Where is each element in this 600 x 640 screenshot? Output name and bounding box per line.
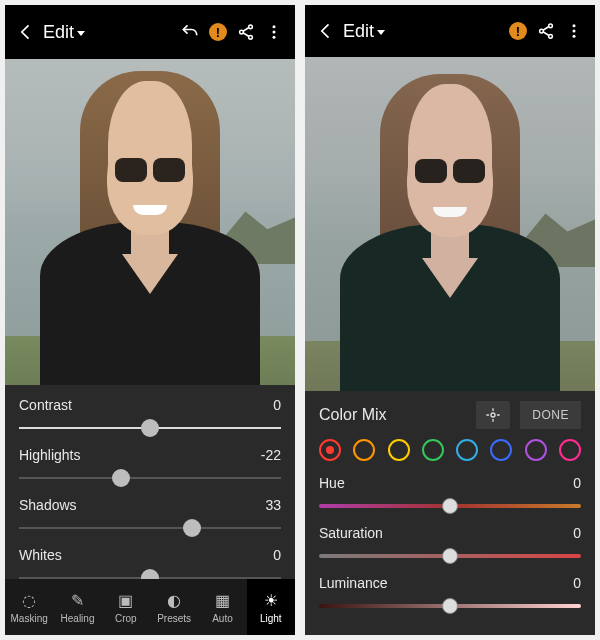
phone-right: Edit ! Color Mix DONE [305, 5, 595, 635]
photo-preview[interactable] [5, 59, 295, 385]
done-label: DONE [532, 408, 569, 422]
undo-icon[interactable] [179, 21, 201, 43]
photo-preview[interactable] [305, 57, 595, 391]
slider-label: Saturation [319, 525, 383, 541]
warning-icon[interactable]: ! [507, 20, 529, 42]
slider-track-saturation[interactable] [319, 545, 581, 567]
phone-left: Edit ! Contrast 0 [5, 5, 295, 635]
more-icon[interactable] [563, 20, 585, 42]
svg-point-5 [273, 36, 276, 39]
slider-label: Luminance [319, 575, 388, 591]
tool-label: Healing [61, 613, 95, 624]
slider-track-highlights[interactable] [19, 465, 281, 491]
tool-masking[interactable]: ◌ Masking [5, 579, 53, 635]
slider-label: Contrast [19, 397, 72, 413]
slider-luminance: Luminance 0 [319, 575, 581, 617]
light-panel: Contrast 0 Highlights -22 Shadows 33 [5, 385, 295, 579]
swatch-green[interactable] [422, 439, 444, 461]
crop-icon: ▣ [118, 591, 133, 610]
swatch-red[interactable] [319, 439, 341, 461]
target-adjust-button[interactable] [476, 401, 510, 429]
tool-label: Light [260, 613, 282, 624]
slider-shadows: Shadows 33 [19, 495, 281, 541]
color-mix-panel: Color Mix DONE Hue 0 Saturation 0 [305, 391, 595, 635]
slider-value: 0 [573, 525, 581, 541]
svg-point-4 [273, 31, 276, 34]
light-icon: ☀ [264, 591, 278, 610]
topbar: Edit ! [5, 5, 295, 59]
edit-menu[interactable]: Edit [43, 22, 85, 43]
svg-point-9 [573, 24, 576, 27]
presets-icon: ◐ [167, 591, 181, 610]
slider-track-hue[interactable] [319, 495, 581, 517]
tool-label: Auto [212, 613, 233, 624]
slider-label: Hue [319, 475, 345, 491]
slider-value: 0 [573, 475, 581, 491]
slider-value: 0 [573, 575, 581, 591]
tool-label: Crop [115, 613, 137, 624]
tool-label: Presets [157, 613, 191, 624]
tool-presets[interactable]: ◐ Presets [150, 579, 198, 635]
swatch-blue[interactable] [490, 439, 512, 461]
slider-value: 0 [273, 397, 281, 413]
edit-label: Edit [43, 22, 74, 43]
masking-icon: ◌ [22, 591, 36, 610]
slider-track-contrast[interactable] [19, 415, 281, 441]
done-button[interactable]: DONE [520, 401, 581, 429]
edit-menu[interactable]: Edit [343, 21, 385, 42]
slider-whites: Whites 0 [19, 545, 281, 579]
slider-hue: Hue 0 [319, 475, 581, 517]
edit-label: Edit [343, 21, 374, 42]
svg-point-11 [573, 35, 576, 38]
share-icon[interactable] [235, 21, 257, 43]
tool-auto[interactable]: ▦ Auto [198, 579, 246, 635]
topbar: Edit ! [305, 5, 595, 57]
warning-icon[interactable]: ! [207, 21, 229, 43]
svg-point-3 [273, 25, 276, 28]
swatch-purple[interactable] [525, 439, 547, 461]
back-icon[interactable] [15, 21, 37, 43]
caret-down-icon [77, 31, 85, 36]
slider-label: Shadows [19, 497, 77, 513]
healing-icon: ✎ [71, 591, 84, 610]
tool-crop[interactable]: ▣ Crop [102, 579, 150, 635]
slider-label: Highlights [19, 447, 80, 463]
tool-healing[interactable]: ✎ Healing [53, 579, 101, 635]
swatch-orange[interactable] [353, 439, 375, 461]
panel-title: Color Mix [319, 406, 466, 424]
auto-icon: ▦ [215, 591, 230, 610]
slider-highlights: Highlights -22 [19, 445, 281, 491]
toolstrip: ◌ Masking ✎ Healing ▣ Crop ◐ Presets ▦ A… [5, 579, 295, 635]
slider-contrast: Contrast 0 [19, 395, 281, 441]
caret-down-icon [377, 30, 385, 35]
slider-track-shadows[interactable] [19, 515, 281, 541]
tool-label: Masking [11, 613, 48, 624]
slider-track-whites[interactable] [19, 565, 281, 579]
svg-point-10 [573, 30, 576, 33]
slider-value: 0 [273, 547, 281, 563]
slider-value: 33 [265, 497, 281, 513]
swatch-aqua[interactable] [456, 439, 478, 461]
tool-light[interactable]: ☀ Light [247, 579, 295, 635]
back-icon[interactable] [315, 20, 337, 42]
swatch-yellow[interactable] [388, 439, 410, 461]
slider-value: -22 [261, 447, 281, 463]
color-swatches [319, 439, 581, 461]
slider-saturation: Saturation 0 [319, 525, 581, 567]
slider-track-luminance[interactable] [319, 595, 581, 617]
swatch-magenta[interactable] [559, 439, 581, 461]
slider-label: Whites [19, 547, 62, 563]
more-icon[interactable] [263, 21, 285, 43]
share-icon[interactable] [535, 20, 557, 42]
svg-point-12 [491, 413, 495, 417]
